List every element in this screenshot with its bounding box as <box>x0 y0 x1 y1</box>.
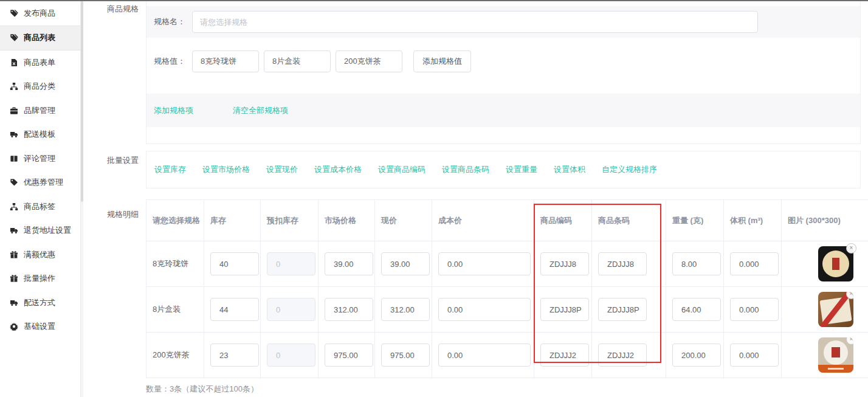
price-input[interactable] <box>381 343 430 367</box>
spec-name-input[interactable] <box>192 11 758 33</box>
set-volume-link[interactable]: 设置体积 <box>554 164 585 175</box>
sidebar-item-return-address-settings[interactable]: 退货地址设置 <box>0 219 80 243</box>
volume-input[interactable] <box>730 298 779 321</box>
set-weight-link[interactable]: 设置重量 <box>506 164 537 175</box>
sidebar-item-product-category[interactable]: 商品分类 <box>0 75 80 99</box>
spec-value-input-0[interactable] <box>192 50 259 72</box>
product-image-white-tea-cake-orange-banner[interactable]: × <box>818 337 853 373</box>
columns-icon <box>10 154 18 163</box>
batch-settings-panel: 设置库存设置市场价格设置现价设置成本价格设置商品编码设置商品条码设置重量设置体积… <box>146 151 861 188</box>
weight-input[interactable] <box>672 252 721 275</box>
truck-icon <box>10 299 18 307</box>
sidebar-item-label: 批量操作 <box>24 273 55 284</box>
sidebar-item-label: 优惠券管理 <box>24 177 63 188</box>
volume-input[interactable] <box>730 343 779 367</box>
set-stock-link[interactable]: 设置库存 <box>154 164 186 175</box>
cost-price-input[interactable] <box>438 298 531 321</box>
gear-icon <box>10 322 18 331</box>
spec-cell: 8克玲珑饼 <box>146 241 204 287</box>
sitemap-icon <box>10 202 18 211</box>
spec-value-input-1[interactable] <box>264 50 331 72</box>
sidebar-item-label: 配送方式 <box>24 297 55 308</box>
detail-section-label: 规格明细 <box>89 209 139 220</box>
product-spec-page: 发布商品商品列表商品表单商品分类品牌管理配送模板评论管理优惠券管理商品标签退货地… <box>0 0 868 397</box>
product-image-black-box-round-tea-cake[interactable]: × <box>818 246 853 281</box>
column-header-3: 市场价格 <box>319 200 375 241</box>
tags-icon <box>10 9 18 18</box>
sidebar-item-publish-product[interactable]: 发布商品 <box>0 1 80 26</box>
price-input[interactable] <box>381 298 430 321</box>
sitemap-icon <box>10 202 18 211</box>
price-input[interactable] <box>381 252 430 275</box>
spec-cell: 8片盒装 <box>146 287 204 333</box>
spec-value-chips <box>192 50 407 72</box>
spec-row-1: 8片盒装× <box>146 287 868 333</box>
set-cost-price-link[interactable]: 设置成本价格 <box>314 164 362 175</box>
image-remove-icon[interactable]: × <box>846 243 856 254</box>
volume-input[interactable] <box>730 252 779 275</box>
market-price-input[interactable] <box>325 298 373 321</box>
product-barcode-input[interactable] <box>598 252 647 275</box>
stock-input[interactable] <box>210 252 259 275</box>
custom-spec-sort-link[interactable]: 自定义规格排序 <box>602 164 657 175</box>
cost-price-input[interactable] <box>438 252 531 275</box>
sidebar-item-delivery-template[interactable]: 配送模板 <box>0 123 80 147</box>
sidebar-item-product-form[interactable]: 商品表单 <box>0 50 80 75</box>
image-remove-icon[interactable]: × <box>846 337 853 345</box>
reserved-stock-input <box>267 252 315 275</box>
set-price-link[interactable]: 设置现价 <box>266 164 298 175</box>
tag-icon <box>10 178 18 187</box>
set-product-barcode-link[interactable]: 设置商品条码 <box>442 164 489 175</box>
sidebar-item-label: 退货地址设置 <box>24 225 71 236</box>
sidebar-item-review-management[interactable]: 评论管理 <box>0 147 80 171</box>
market-price-input[interactable] <box>325 252 373 275</box>
sidebar-item-delivery-method[interactable]: 配送方式 <box>0 291 80 315</box>
spec-detail-table: 请您选择规格库存预扣库存市场价格现价成本价商品编码商品条码重量 (克)体积 (m… <box>146 199 868 378</box>
sidebar-item-full-discount[interactable]: 满额优惠 <box>0 243 80 267</box>
sitemap-icon <box>10 82 18 91</box>
stock-input[interactable] <box>210 298 259 321</box>
product-code-input[interactable] <box>540 298 589 321</box>
product-image-wooden-gift-box-red-ribbon[interactable]: × <box>818 292 853 327</box>
product-code-input[interactable] <box>540 252 589 275</box>
column-header-4: 现价 <box>375 200 432 241</box>
truck-icon <box>10 226 18 235</box>
stock-input[interactable] <box>210 343 259 367</box>
briefcase-icon <box>10 106 18 115</box>
column-header-7: 商品条码 <box>592 200 666 241</box>
set-market-price-link[interactable]: 设置市场价格 <box>202 164 250 175</box>
spec-value-input-2[interactable] <box>336 50 402 72</box>
truck-icon <box>10 226 18 235</box>
tag-icon <box>10 178 18 187</box>
sidebar-scrollbar-thumb[interactable] <box>81 1 83 202</box>
sidebar-menu: 发布商品商品列表商品表单商品分类品牌管理配送模板评论管理优惠券管理商品标签退货地… <box>0 1 80 339</box>
cost-price-input[interactable] <box>438 343 531 367</box>
clear-all-spec-link[interactable]: 清空全部规格项 <box>233 105 288 116</box>
sidebar-item-coupon-management[interactable]: 优惠券管理 <box>0 171 80 195</box>
gift-icon <box>10 274 18 283</box>
weight-input[interactable] <box>672 298 721 321</box>
sidebar-item-basic-settings[interactable]: 基础设置 <box>0 315 80 339</box>
product-barcode-input[interactable] <box>598 343 647 367</box>
market-price-input[interactable] <box>325 343 373 367</box>
reserved-stock-input <box>267 343 315 367</box>
sidebar-item-batch-operation[interactable]: 批量操作 <box>0 267 80 291</box>
product-barcode-input[interactable] <box>598 298 647 321</box>
add-spec-value-button[interactable]: 添加规格值 <box>413 50 471 72</box>
sidebar-item-product-list[interactable]: 商品列表 <box>0 26 80 51</box>
tags-icon <box>10 33 18 42</box>
row-count-note: 数量：3条（建议不超过100条） <box>146 384 258 395</box>
column-header-5: 成本价 <box>432 200 534 241</box>
sidebar-item-product-tags[interactable]: 商品标签 <box>0 195 80 219</box>
sidebar-item-label: 评论管理 <box>24 153 55 164</box>
product-code-input[interactable] <box>540 343 589 367</box>
spec-panel: 规格名： 规格值： 添加规格值 添加规格项 清空全部规格项 <box>146 0 861 144</box>
set-product-code-link[interactable]: 设置商品编码 <box>378 164 425 175</box>
spec-row-0: 8克玲珑饼× <box>146 241 868 287</box>
sidebar-item-label: 商品表单 <box>24 57 55 68</box>
spec-name-row: 规格名： <box>146 6 860 38</box>
spec-links-row: 添加规格项 清空全部规格项 <box>146 94 860 127</box>
add-spec-item-link[interactable]: 添加规格项 <box>154 105 193 116</box>
sidebar-item-brand-management[interactable]: 品牌管理 <box>0 98 80 123</box>
weight-input[interactable] <box>672 343 721 367</box>
